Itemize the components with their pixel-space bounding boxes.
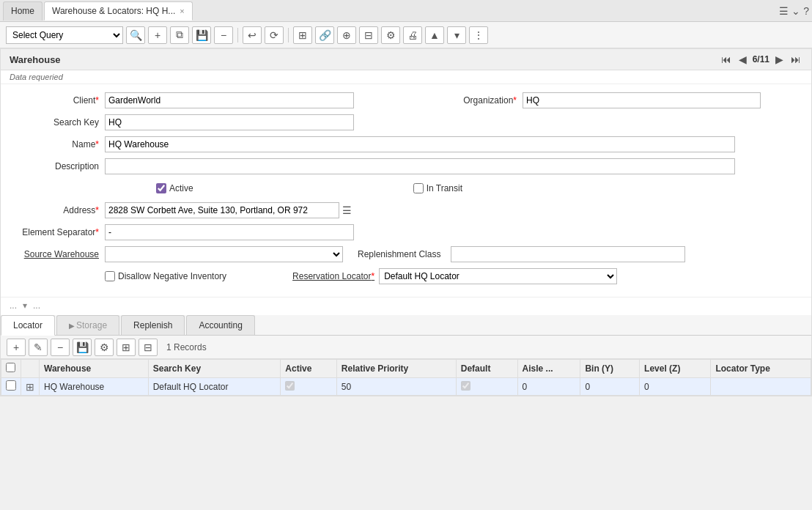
element-separator-label: Element Separator* [10, 227, 105, 237]
col-icon [21, 360, 40, 378]
row-checkbox-cell[interactable] [1, 378, 21, 396]
search-button[interactable]: 🔍 [126, 26, 145, 44]
address-input[interactable] [105, 202, 339, 218]
down-button[interactable]: ▾ [447, 26, 466, 44]
tab-home[interactable]: Home [3, 1, 43, 21]
tab-accounting[interactable]: Accounting [186, 315, 254, 335]
delete-button[interactable]: − [214, 26, 233, 44]
settings-button[interactable]: ⚙ [381, 26, 400, 44]
element-separator-input[interactable] [105, 224, 354, 240]
name-label: Name* [10, 139, 105, 149]
row-active-cell [281, 378, 337, 396]
active-label: Active [169, 183, 193, 193]
search-key-row: Search Key [10, 114, 802, 131]
close-tab-icon[interactable]: × [180, 7, 184, 15]
separator-2 [288, 28, 289, 42]
locator-table: Warehouse Search Key Active Relative Pri… [1, 359, 811, 396]
row-type-icon: ⊞ [26, 381, 34, 393]
nav-record-count: 6/11 [753, 54, 769, 64]
home-tab-label: Home [11, 6, 34, 16]
disallow-checkbox[interactable] [105, 271, 115, 281]
nav-prev-button[interactable]: ◀ [737, 53, 748, 65]
main-form: Warehouse ⏮ ◀ 6/11 ▶ ⏭ Data requeried Cl… [0, 48, 812, 396]
row-aisle-cell: 0 [517, 378, 580, 396]
active-checkbox-label[interactable]: Active [156, 183, 193, 193]
search-key-input[interactable] [105, 114, 354, 130]
subtable-save-button[interactable]: 💾 [73, 339, 92, 356]
row-bin-y-cell: 0 [580, 378, 640, 396]
dots-area: ... ▾ ... [1, 297, 811, 314]
replenishment-class-label: Replenishment Class [358, 249, 446, 259]
source-warehouse-row: Source Warehouse Replenishment Class [10, 245, 802, 263]
org-input[interactable] [523, 92, 761, 108]
warehouse-tab-label: Warehouse & Locators: HQ H... [52, 6, 175, 16]
name-row: Name* [10, 136, 802, 153]
col-aisle: Aisle ... [517, 360, 580, 378]
col-locator-type: Locator Type [711, 360, 811, 378]
section-header: Warehouse ⏮ ◀ 6/11 ▶ ⏭ [1, 49, 811, 70]
reservation-locator-select[interactable]: Default HQ Locator [379, 268, 617, 284]
attach-button[interactable]: 🔗 [315, 26, 334, 44]
grid-button[interactable]: ⊞ [293, 26, 312, 44]
subtable-edit-button[interactable]: ✎ [29, 339, 48, 356]
col-warehouse: Warehouse [40, 360, 149, 378]
refresh-button[interactable]: ⟳ [265, 26, 284, 44]
disallow-row: Disallow Negative Inventory Reservation … [10, 267, 802, 285]
menu-icon[interactable]: ☰ [779, 5, 789, 17]
row-search-key-cell: Default HQ Locator [148, 378, 281, 396]
active-row: Active In Transit [10, 180, 802, 197]
name-input[interactable] [105, 136, 735, 152]
section-navigation: ⏮ ◀ 6/11 ▶ ⏭ [720, 53, 802, 65]
minimize-icon[interactable]: ⌄ [791, 5, 800, 17]
subtable-add-button[interactable]: + [7, 339, 26, 356]
in-transit-checkbox[interactable] [413, 183, 424, 193]
client-org-row: Client* Organization* [10, 92, 802, 109]
subtable-toolbar: + ✎ − 💾 ⚙ ⊞ ⊟ 1 Records [1, 336, 811, 359]
reservation-locator-label[interactable]: Reservation Locator* [292, 271, 374, 281]
table-row[interactable]: ⊞ HQ Warehouse Default HQ Locator 50 0 0… [1, 378, 811, 396]
up-button[interactable]: ▲ [425, 26, 444, 44]
disallow-checkbox-label[interactable]: Disallow Negative Inventory [105, 271, 226, 281]
client-input[interactable] [105, 92, 354, 108]
more-button[interactable]: ⋮ [469, 26, 488, 44]
save-button[interactable]: 💾 [192, 26, 211, 44]
nav-first-button[interactable]: ⏮ [720, 53, 733, 65]
tab-storage[interactable]: ▶Storage [56, 315, 119, 335]
dots-right: ... [33, 300, 40, 311]
select-all-checkbox[interactable] [6, 363, 15, 372]
bottom-tabs: Locator ▶Storage Replenish Accounting [1, 315, 811, 336]
tab-replenish[interactable]: Replenish [121, 315, 185, 335]
chevron-down-icon[interactable]: ▾ [23, 300, 27, 311]
address-popup-icon[interactable]: ☰ [342, 204, 352, 216]
subtable-columns-button[interactable]: ⊞ [117, 339, 136, 356]
active-checkbox[interactable] [156, 183, 166, 193]
report-button[interactable]: ⊟ [359, 26, 378, 44]
description-input[interactable] [105, 158, 735, 174]
nav-next-button[interactable]: ▶ [774, 53, 785, 65]
row-icon-cell: ⊞ [21, 378, 40, 396]
subtable-settings-button[interactable]: ⚙ [95, 339, 114, 356]
select-query-dropdown[interactable]: Select Query [6, 26, 123, 44]
add-button[interactable]: + [148, 26, 167, 44]
tab-warehouse[interactable]: Warehouse & Locators: HQ H... × [44, 1, 193, 21]
undo-button[interactable]: ↩ [243, 26, 262, 44]
replenishment-class-input[interactable] [451, 246, 685, 262]
help-icon[interactable]: ? [803, 5, 809, 17]
zoom-button[interactable]: ⊕ [337, 26, 356, 44]
in-transit-checkbox-label[interactable]: In Transit [413, 183, 462, 193]
print-button[interactable]: 🖨 [403, 26, 422, 44]
source-warehouse-label[interactable]: Source Warehouse [10, 249, 105, 259]
row-locator-type-cell [711, 378, 811, 396]
copy-button[interactable]: ⧉ [170, 26, 189, 44]
row-select-checkbox[interactable] [6, 380, 16, 391]
col-checkbox [1, 360, 21, 378]
client-label: Client* [10, 95, 105, 106]
nav-last-button[interactable]: ⏭ [789, 53, 802, 65]
source-warehouse-select[interactable] [105, 246, 343, 262]
row-active-checkbox [285, 381, 295, 391]
tab-locator[interactable]: Locator [1, 315, 55, 336]
subtable-delete-button[interactable]: − [51, 339, 70, 356]
address-row: Address* ☰ [10, 202, 802, 219]
subtable-expand-button[interactable]: ⊟ [139, 339, 158, 356]
col-search-key: Search Key [148, 360, 281, 378]
